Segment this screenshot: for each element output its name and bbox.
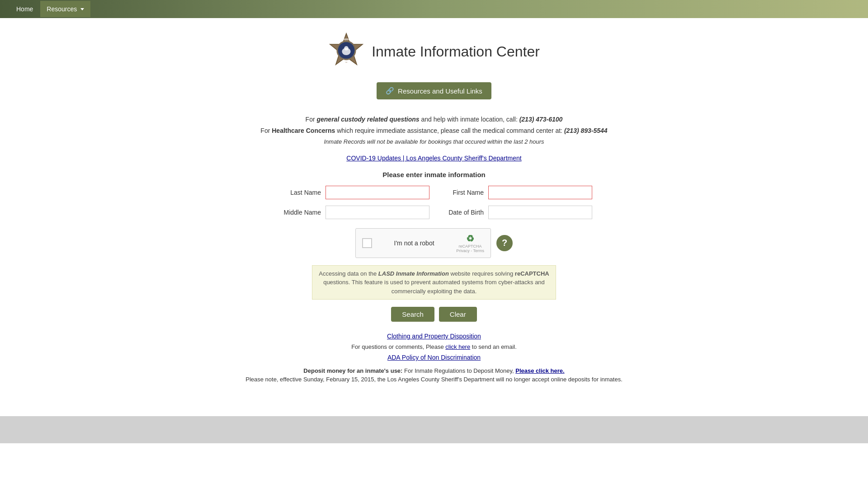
- first-name-input[interactable]: [488, 186, 592, 199]
- info-line1-prefix: For: [306, 116, 317, 123]
- questions-prefix: For questions or comments, Please: [351, 343, 445, 350]
- deposit-bold: Deposit money for an inmate's use:: [303, 367, 402, 374]
- form-title: Please enter inmate information: [240, 171, 628, 178]
- ada-policy-link[interactable]: ADA Policy of Non Discrimination: [240, 354, 628, 361]
- last-name-label: Last Name: [276, 189, 321, 196]
- captcha-label: I'm not a robot: [377, 239, 452, 247]
- recaptcha-privacy-terms: Privacy - Terms: [456, 249, 484, 253]
- svg-point-3: [344, 46, 349, 51]
- action-buttons: Search Clear: [240, 307, 628, 322]
- questions-suffix: to send an email.: [472, 343, 517, 350]
- resources-useful-links-button[interactable]: 🔗 Resources and Useful Links: [377, 82, 491, 99]
- records-note: Inmate Records will not be available for…: [240, 136, 628, 147]
- link-icon: 🔗: [386, 87, 394, 95]
- first-name-row: First Name: [439, 186, 592, 199]
- nav-resources[interactable]: Resources: [40, 1, 90, 17]
- dob-row: Date of Birth: [439, 206, 592, 219]
- sheriff-badge-icon: ™ SHERIFF: [328, 32, 364, 71]
- info-line1-bold: general custody related questions: [316, 116, 419, 123]
- info-line1-mid: and help with inmate location, call:: [421, 116, 519, 123]
- covid-link[interactable]: COVID-19 Updates | Los Angeles County Sh…: [346, 155, 521, 162]
- captcha-checkbox[interactable]: [362, 238, 372, 248]
- middle-name-input[interactable]: [326, 206, 429, 219]
- info-section: For general custody related questions an…: [240, 114, 628, 147]
- clear-button[interactable]: Clear: [439, 307, 477, 322]
- svg-text:SHERIFF: SHERIFF: [342, 38, 351, 41]
- recaptcha-icon: ♻: [466, 233, 474, 244]
- last-name-row: Last Name: [276, 186, 429, 199]
- navbar: Home Resources: [0, 0, 868, 18]
- page-title: Inmate Information Center: [372, 43, 540, 60]
- recaptcha-brand: reCAPTCHA: [459, 244, 482, 249]
- header-area: ™ SHERIFF Inmate Information Center: [240, 32, 628, 71]
- deposit-note: Please note, effective Sunday, February …: [240, 376, 628, 383]
- deposit-text: For Inmate Regulations to Deposit Money,: [404, 367, 515, 374]
- first-name-label: First Name: [439, 189, 484, 196]
- nav-home[interactable]: Home: [9, 1, 40, 17]
- captcha-note: Accessing data on the LASD Inmate Inform…: [312, 265, 556, 300]
- main-content: ™ SHERIFF Inmate Information Center 🔗 Re…: [231, 18, 637, 403]
- clothing-property-link[interactable]: Clothing and Property Disposition: [240, 333, 628, 340]
- info-phone2: (213) 893-5544: [564, 127, 608, 134]
- captcha-area: I'm not a robot ♻ reCAPTCHA Privacy - Te…: [240, 228, 628, 258]
- dob-label: Date of Birth: [439, 209, 484, 216]
- help-icon[interactable]: ?: [496, 235, 513, 251]
- form-grid: Last Name First Name Middle Name Date of…: [276, 186, 592, 219]
- click-here-link[interactable]: click here: [445, 343, 470, 350]
- svg-text:™: ™: [345, 61, 348, 64]
- info-line2-prefix: For: [260, 127, 272, 134]
- captcha-note-end: questions. This feature is used to preve…: [323, 279, 545, 295]
- info-line2-mid: which require immediate assistance, plea…: [337, 127, 564, 134]
- captcha-note-mid: website requires solving: [450, 270, 514, 277]
- questions-note: For questions or comments, Please click …: [240, 343, 628, 350]
- deposit-section: Deposit money for an inmate's use: For I…: [240, 367, 628, 383]
- dob-input[interactable]: [488, 206, 592, 219]
- deposit-link[interactable]: Please click here.: [515, 367, 564, 374]
- captcha-note-bold: LASD Inmate Information: [378, 270, 449, 277]
- search-button[interactable]: Search: [391, 307, 434, 322]
- info-phone1: (213) 473-6100: [519, 116, 563, 123]
- info-line2-bold: Healthcare Concerns: [272, 127, 335, 134]
- middle-name-label: Middle Name: [276, 209, 321, 216]
- last-name-input[interactable]: [326, 186, 429, 199]
- form-section: Please enter inmate information Last Nam…: [240, 171, 628, 322]
- bottom-bar: [0, 416, 868, 443]
- captcha-box[interactable]: I'm not a robot ♻ reCAPTCHA Privacy - Te…: [355, 228, 491, 258]
- dropdown-caret-icon: [80, 8, 84, 10]
- recaptcha-logo: ♻ reCAPTCHA Privacy - Terms: [456, 233, 484, 253]
- middle-name-row: Middle Name: [276, 206, 429, 219]
- captcha-note-bold2: reCAPTCHA: [515, 270, 549, 277]
- footer-links: Clothing and Property Disposition For qu…: [240, 333, 628, 383]
- captcha-note-prefix: Accessing data on the: [319, 270, 378, 277]
